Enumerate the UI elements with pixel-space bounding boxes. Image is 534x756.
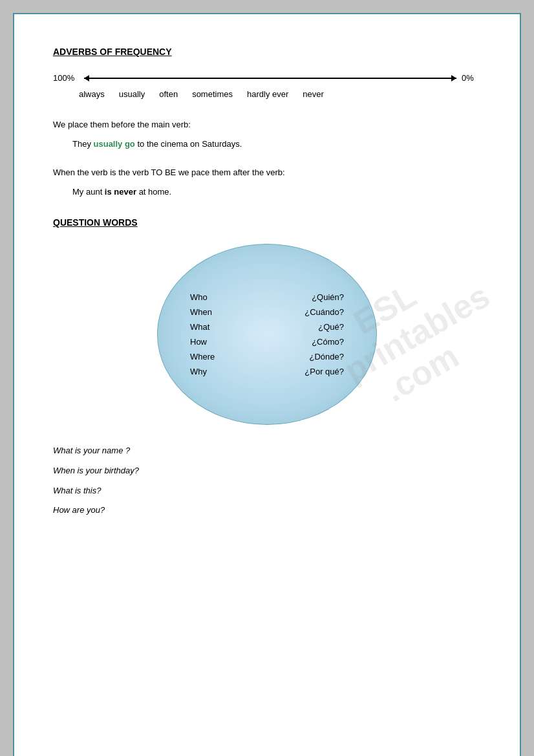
q-translation: ¿Cuándo? [304,307,344,317]
rule2-post: at home. [136,187,171,197]
adverb-often: often [159,89,178,99]
question-row: Who¿Quién? [190,292,344,302]
example-sentence-1: When is your birthday? [53,464,481,478]
q-word: How [190,337,235,347]
q-word: Why [190,367,235,376]
rule1-highlight: usually go [94,139,135,149]
question-row: What¿Qué? [190,322,344,332]
adverb-always: always [79,89,105,99]
scale-100-label: 100% [53,73,79,83]
section-title-questions: QUESTION WORDS [53,217,481,228]
example-sentence-0: What is your name ? [53,444,481,458]
rule1-post: to the cinema on Saturdays. [135,139,242,149]
q-word: Where [190,352,235,362]
frequency-scale: 100% 0% [53,73,481,83]
q-translation: ¿Qué? [318,322,344,332]
rule2-section: When the verb is the verb TO BE we pace … [53,166,481,198]
example-sentence-3: How are you? [53,504,481,517]
q-translation: ¿Quién? [312,292,344,302]
rule2-example: My aunt is never at home. [72,186,481,199]
adverb-usually: usually [119,89,145,99]
adverb-never: never [303,89,324,99]
ellipse-container: Who¿Quién?When¿Cuándo?What¿Qué?How¿Cómo?… [53,244,481,425]
rule1-pre: They [72,139,94,149]
q-translation: ¿Cómo? [312,337,344,347]
arrow-line [84,78,456,79]
question-row: When¿Cuándo? [190,307,344,317]
rule2-is: is [105,187,112,197]
section-title-adverbs: ADVERBS OF FREQUENCY [53,47,481,57]
scale-0-label: 0% [462,73,481,83]
rule1-example: They usually go to the cinema on Saturda… [72,138,481,151]
question-section: QUESTION WORDS Who¿Quién?When¿Cuándo?Wha… [53,217,481,517]
frequency-section: ADVERBS OF FREQUENCY 100% 0% always usua… [53,47,481,99]
scale-arrow [84,78,456,79]
example-sentence-2: What is this? [53,484,481,498]
rule2-pre: My aunt [72,187,105,197]
q-word: Who [190,292,235,302]
q-translation: ¿Por qué? [304,367,344,376]
page: ESLprintables.com ADVERBS OF FREQUENCY 1… [13,13,521,756]
adverb-sometimes: sometimes [192,89,233,99]
question-row: Why¿Por qué? [190,367,344,376]
question-words-ellipse: Who¿Quién?When¿Cuándo?What¿Qué?How¿Cómo?… [157,244,377,425]
q-word: When [190,307,235,317]
adverb-hardly-ever: hardly ever [247,89,288,99]
question-row: How¿Cómo? [190,337,344,347]
example-sentences: What is your name ?When is your birthday… [53,444,481,517]
q-translation: ¿Dónde? [310,352,344,362]
rule1-section: We place them before the main verb: They… [53,118,481,150]
rule1-text: We place them before the main verb: [53,118,481,131]
rule2-text: When the verb is the verb TO BE we pace … [53,166,481,179]
rule2-never: never [112,187,136,197]
adverbs-row: always usually often sometimes hardly ev… [79,89,481,99]
q-word: What [190,322,235,332]
question-row: Where¿Dónde? [190,352,344,362]
